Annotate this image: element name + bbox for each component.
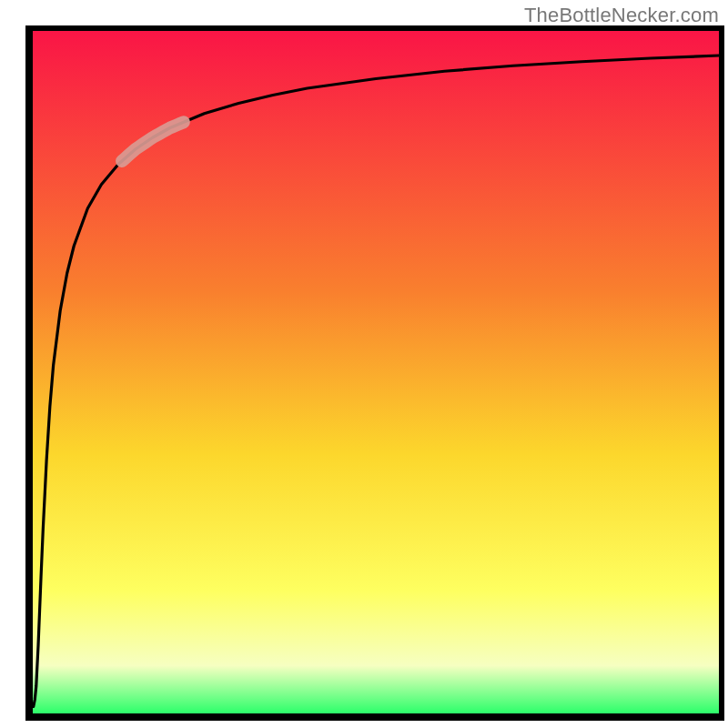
plot-frame-bottom bbox=[25, 713, 724, 721]
chart-container: TheBottleNecker.com bbox=[0, 0, 728, 728]
plot-frame-right bbox=[719, 25, 724, 721]
watermark-label: TheBottleNecker.com bbox=[524, 4, 719, 27]
bottleneck-chart bbox=[0, 0, 728, 728]
plot-frame-left bbox=[25, 25, 33, 721]
plot-background bbox=[33, 31, 719, 713]
